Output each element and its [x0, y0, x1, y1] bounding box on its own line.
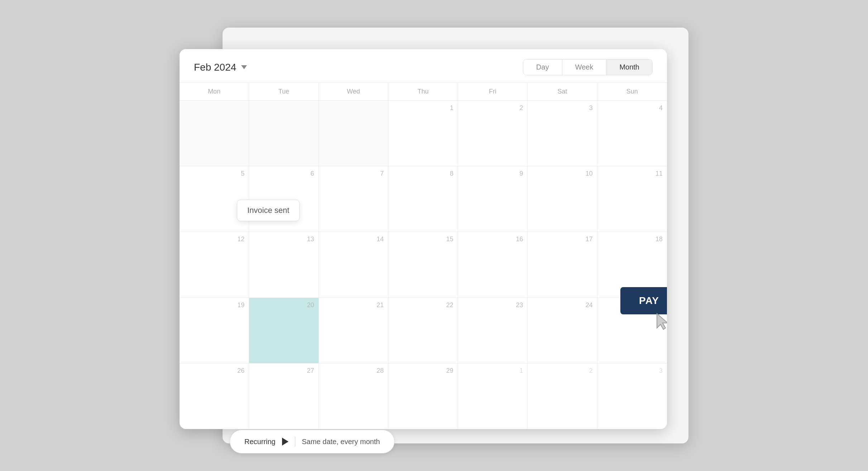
cal-cell-w3d2[interactable]: 13: [249, 232, 319, 298]
cal-cell-w2d3[interactable]: 7: [319, 166, 388, 232]
cal-cell-w5d4[interactable]: 29: [388, 363, 458, 429]
chevron-down-icon[interactable]: [241, 65, 247, 69]
day-header-thu: Thu: [388, 83, 458, 100]
day-number: 17: [532, 236, 592, 243]
cal-cell-w1d2[interactable]: [249, 101, 319, 166]
day-number: 18: [602, 236, 663, 243]
cal-cell-w2d2[interactable]: 6: [249, 166, 319, 232]
day-number: 1: [462, 367, 523, 375]
cal-cell-w5d6[interactable]: 2: [528, 363, 597, 429]
day-number: 27: [253, 367, 314, 375]
cal-cell-w1d4[interactable]: 1: [388, 101, 458, 166]
cal-cell-w2d6[interactable]: 10: [528, 166, 597, 232]
recurring-label: Recurring: [244, 438, 276, 446]
month-title: Feb 2024: [194, 62, 236, 73]
day-number: 23: [462, 301, 523, 309]
day-number: 5: [184, 170, 244, 177]
cal-cell-w4d3[interactable]: 21: [319, 298, 388, 363]
cal-cell-w3d5[interactable]: 16: [458, 232, 528, 298]
day-header-wed: Wed: [319, 83, 388, 100]
main-card: Feb 2024 Day Week Month Mon Tue Wed Thu …: [180, 49, 667, 429]
cal-cell-w3d4[interactable]: 15: [388, 232, 458, 298]
day-number: 1: [393, 104, 453, 112]
cal-cell-w3d6[interactable]: 17: [528, 232, 597, 298]
cal-cell-w5d3[interactable]: 28: [319, 363, 388, 429]
cal-cell-w5d1[interactable]: 26: [180, 363, 249, 429]
day-header-sat: Sat: [528, 83, 597, 100]
cal-cell-w5d5[interactable]: 1: [458, 363, 528, 429]
cal-cell-w4d5[interactable]: 23: [458, 298, 528, 363]
tooltip-label: Invoice sent: [247, 206, 289, 215]
day-number: 2: [532, 367, 592, 375]
day-number: 4: [602, 104, 663, 112]
day-number: 8: [393, 170, 453, 177]
cal-cell-w1d1[interactable]: [180, 101, 249, 166]
day-view-button[interactable]: Day: [523, 60, 562, 75]
day-number: 26: [184, 367, 244, 375]
pay-button[interactable]: PAY: [620, 287, 667, 314]
cal-cell-w2d4[interactable]: 8: [388, 166, 458, 232]
cursor-arrow-icon: [655, 312, 667, 332]
cal-cell-w3d1[interactable]: 12: [180, 232, 249, 298]
cal-cell-w2d5[interactable]: 9: [458, 166, 528, 232]
cal-cell-w1d6[interactable]: 3: [528, 101, 597, 166]
week-view-button[interactable]: Week: [562, 60, 607, 75]
cal-cell-w5d2[interactable]: 27: [249, 363, 319, 429]
every-month-label: Same date, every month: [302, 438, 380, 446]
day-number: 14: [323, 236, 384, 243]
calendar-grid: 1 2 3 4 5 6 7 8 9 10 11 12 13 14 15 16 1…: [180, 101, 667, 429]
day-number: 24: [532, 301, 592, 309]
cal-cell-w1d5[interactable]: 2: [458, 101, 528, 166]
cal-cell-w4d1[interactable]: 19: [180, 298, 249, 363]
day-number: 28: [323, 367, 384, 375]
day-number: 9: [462, 170, 523, 177]
calendar-header: Feb 2024 Day Week Month: [180, 49, 667, 83]
day-number: 13: [253, 236, 314, 243]
svg-marker-0: [657, 314, 667, 329]
calendar-scene: Feb 2024 Day Week Month Mon Tue Wed Thu …: [180, 28, 688, 443]
day-number: 3: [532, 104, 592, 112]
day-header-tue: Tue: [249, 83, 319, 100]
day-number: 10: [532, 170, 592, 177]
cal-cell-w3d3[interactable]: 14: [319, 232, 388, 298]
day-number: 19: [184, 301, 244, 309]
month-view-button[interactable]: Month: [606, 60, 652, 75]
day-number: 11: [602, 170, 663, 177]
day-header-mon: Mon: [180, 83, 249, 100]
invoice-sent-tooltip: Invoice sent: [237, 200, 300, 221]
cal-cell-w4d2[interactable]: 20: [249, 298, 319, 363]
day-number: 2: [462, 104, 523, 112]
month-selector[interactable]: Feb 2024: [194, 62, 247, 73]
cal-cell-w1d7[interactable]: 4: [597, 101, 667, 166]
day-number: 6: [253, 170, 314, 177]
day-number: 20: [253, 301, 314, 309]
day-number: 22: [393, 301, 453, 309]
cal-cell-w5d7[interactable]: 3: [597, 363, 667, 429]
day-header-fri: Fri: [458, 83, 528, 100]
day-number: 12: [184, 236, 244, 243]
cal-cell-w4d4[interactable]: 22: [388, 298, 458, 363]
play-icon[interactable]: [282, 438, 288, 446]
day-number: 7: [323, 170, 384, 177]
cal-cell-w1d3[interactable]: [319, 101, 388, 166]
bottom-bar: Recurring Same date, every month: [230, 430, 395, 453]
day-number: 15: [393, 236, 453, 243]
bottom-bar-divider: [295, 437, 296, 447]
view-toggle: Day Week Month: [523, 59, 653, 75]
day-headers-row: Mon Tue Wed Thu Fri Sat Sun: [180, 83, 667, 101]
cal-cell-w2d7[interactable]: 11: [597, 166, 667, 232]
day-number: 21: [323, 301, 384, 309]
cal-cell-w2d1[interactable]: 5: [180, 166, 249, 232]
day-number: 16: [462, 236, 523, 243]
day-number: 29: [393, 367, 453, 375]
day-header-sun: Sun: [597, 83, 667, 100]
cal-cell-w4d6[interactable]: 24: [528, 298, 597, 363]
day-number: 3: [602, 367, 663, 375]
